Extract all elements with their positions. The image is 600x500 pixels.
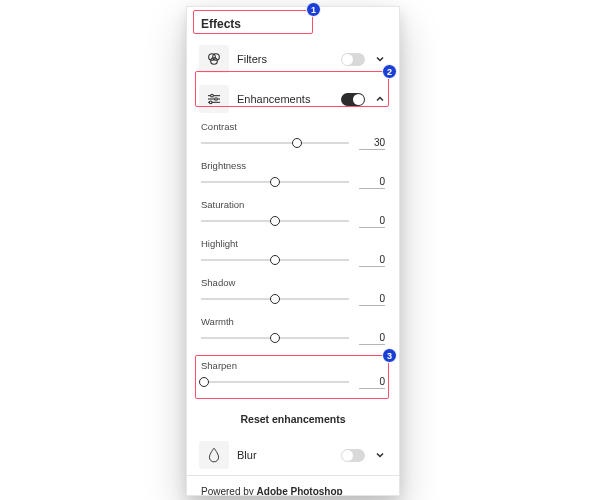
filters-expand-chevron[interactable]	[373, 54, 387, 64]
filters-label: Filters	[237, 53, 333, 65]
blur-expand-chevron[interactable]	[373, 450, 387, 460]
saturation-label: Saturation	[201, 199, 385, 210]
sharpen-label: Sharpen	[201, 360, 385, 371]
filters-icon	[199, 45, 229, 73]
highlight-label: Highlight	[201, 238, 385, 249]
sharpen-value[interactable]: 0	[359, 376, 385, 389]
warmth-label: Warmth	[201, 316, 385, 327]
blur-toggle[interactable]	[341, 449, 365, 462]
sharpen-slider[interactable]	[201, 375, 349, 389]
enhancements-toggle[interactable]	[341, 93, 365, 106]
svg-point-4	[211, 94, 214, 97]
annotation-badge-3: 3	[382, 348, 397, 363]
highlight-value[interactable]: 0	[359, 254, 385, 267]
warmth-value[interactable]: 0	[359, 332, 385, 345]
panel-title: Effects	[187, 7, 399, 39]
contrast-group: Contrast 30	[201, 121, 385, 150]
brightness-label: Brightness	[201, 160, 385, 171]
brightness-slider[interactable]	[201, 175, 349, 189]
annotation-badge-2: 2	[382, 64, 397, 79]
shadow-value[interactable]: 0	[359, 293, 385, 306]
reset-enhancements-button[interactable]: Reset enhancements	[187, 405, 399, 435]
filters-toggle[interactable]	[341, 53, 365, 66]
footer: Powered by Adobe Photoshop	[187, 475, 399, 496]
effects-panel: Effects Filters Enhancements	[186, 6, 400, 496]
blur-label: Blur	[237, 449, 333, 461]
saturation-slider[interactable]	[201, 214, 349, 228]
shadow-label: Shadow	[201, 277, 385, 288]
sliders-icon	[199, 85, 229, 113]
footer-brand: Adobe Photoshop	[257, 486, 343, 496]
svg-point-8	[209, 101, 212, 104]
highlight-group: Highlight 0	[201, 238, 385, 267]
svg-point-1	[213, 54, 220, 61]
footer-prefix: Powered by	[201, 486, 257, 496]
enhancements-label: Enhancements	[237, 93, 333, 105]
shadow-group: Shadow 0	[201, 277, 385, 306]
saturation-group: Saturation 0	[201, 199, 385, 228]
enhancements-sliders: Contrast 30 Brightness 0 Saturation	[187, 119, 399, 405]
sharpen-group: Sharpen 0	[201, 360, 385, 389]
contrast-label: Contrast	[201, 121, 385, 132]
saturation-value[interactable]: 0	[359, 215, 385, 228]
annotation-badge-1: 1	[306, 2, 321, 17]
warmth-slider[interactable]	[201, 331, 349, 345]
shadow-slider[interactable]	[201, 292, 349, 306]
contrast-slider[interactable]	[201, 136, 349, 150]
brightness-value[interactable]: 0	[359, 176, 385, 189]
enhancements-row[interactable]: Enhancements	[187, 79, 399, 119]
contrast-value[interactable]: 30	[359, 137, 385, 150]
blur-row[interactable]: Blur	[187, 435, 399, 475]
svg-point-6	[215, 98, 218, 101]
warmth-group: Warmth 0	[201, 316, 385, 345]
brightness-group: Brightness 0	[201, 160, 385, 189]
enhancements-collapse-chevron[interactable]	[373, 94, 387, 104]
blur-icon	[199, 441, 229, 469]
divider	[201, 355, 385, 356]
svg-point-2	[211, 58, 218, 65]
highlight-slider[interactable]	[201, 253, 349, 267]
filters-row[interactable]: Filters	[187, 39, 399, 79]
